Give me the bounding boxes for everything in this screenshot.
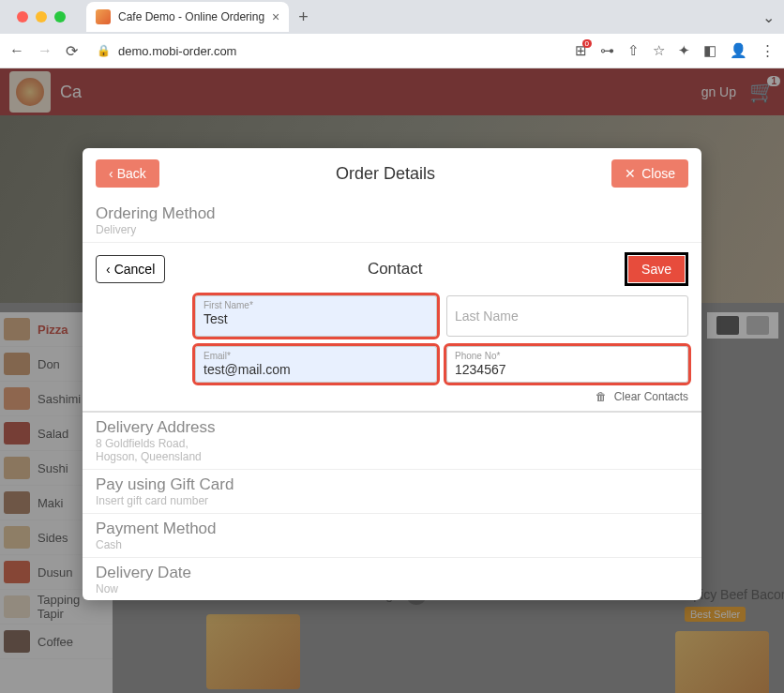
section-value: 8 Goldfields Road, — [96, 437, 688, 450]
new-tab-button[interactable]: + — [289, 8, 318, 27]
close-button-label: Close — [641, 166, 675, 181]
favicon-icon — [96, 9, 111, 24]
contact-title: Contact — [165, 260, 625, 279]
save-button[interactable]: Save — [628, 256, 685, 282]
url-field[interactable]: 🔒 demo.mobi-order.com — [89, 44, 564, 58]
cancel-button-label: Cancel — [114, 262, 156, 277]
first-name-input[interactable] — [204, 311, 429, 326]
delivery-address-section[interactable]: Delivery Address 8 Goldfields Road, Hogs… — [83, 413, 701, 470]
forward-nav-icon: → — [38, 42, 53, 60]
field-label: Phone No* — [455, 351, 680, 361]
window-controls[interactable] — [8, 11, 75, 23]
field-label: First Name* — [204, 300, 429, 310]
section-value: Hogson, Queensland — [96, 450, 688, 463]
payment-method-section[interactable]: Payment Method Cash — [83, 514, 701, 558]
last-name-field[interactable] — [446, 295, 688, 337]
section-title: Delivery Address — [96, 418, 688, 437]
section-title: Delivery Date — [96, 564, 688, 582]
first-name-field[interactable]: First Name* — [195, 295, 437, 337]
section-value: Cash — [96, 538, 688, 551]
share-icon[interactable]: ⇧ — [627, 42, 640, 59]
star-icon[interactable]: ☆ — [653, 42, 665, 59]
section-value: Delivery — [96, 223, 688, 236]
delivery-date-section[interactable]: Delivery Date Now — [83, 558, 701, 600]
close-icon: ✕ — [625, 166, 636, 181]
lock-icon: 🔒 — [97, 44, 111, 57]
email-input[interactable] — [204, 362, 429, 377]
menu-icon[interactable]: ⋮ — [761, 42, 775, 59]
key-icon[interactable]: ⊶ — [600, 42, 614, 59]
back-button[interactable]: ‹ Back — [96, 159, 159, 188]
save-button-highlight: Save — [625, 252, 688, 286]
modal-title: Order Details — [159, 164, 611, 184]
order-details-modal: ‹ Back Order Details ✕ Close Ordering Me… — [83, 148, 701, 600]
profile-icon[interactable]: 👤 — [730, 42, 747, 59]
chevron-left-icon: ‹ — [109, 166, 113, 181]
clear-contacts-link[interactable]: Clear Contacts — [614, 390, 688, 403]
tab-bar: Cafe Demo - Online Ordering × + ⌄ — [0, 0, 784, 34]
email-field[interactable]: Email* — [195, 346, 437, 383]
maximize-window-icon[interactable] — [54, 11, 66, 23]
puzzle-icon[interactable]: ✦ — [678, 42, 690, 59]
trash-icon[interactable]: 🗑 — [596, 390, 607, 403]
tab-title: Cafe Demo - Online Ordering — [118, 10, 264, 23]
ordering-method-section[interactable]: Ordering Method Delivery — [83, 199, 701, 243]
close-window-icon[interactable] — [17, 11, 28, 23]
last-name-input[interactable] — [455, 309, 680, 324]
tab-dropdown-icon[interactable]: ⌄ — [762, 8, 784, 26]
section-value: Now — [96, 582, 688, 595]
section-value: Insert gift card number — [96, 494, 688, 507]
browser-chrome: Cafe Demo - Online Ordering × + ⌄ ← → ⟳ … — [0, 0, 784, 68]
extension-icon[interactable]: ⊞0 — [575, 42, 587, 59]
phone-input[interactable] — [455, 362, 680, 377]
tab-close-icon[interactable]: × — [272, 9, 279, 24]
cancel-button[interactable]: ‹ Cancel — [96, 255, 165, 283]
browser-tab[interactable]: Cafe Demo - Online Ordering × — [86, 2, 289, 32]
close-button[interactable]: ✕ Close — [611, 159, 688, 188]
address-bar: ← → ⟳ 🔒 demo.mobi-order.com ⊞0 ⊶ ⇧ ☆ ✦ ◧… — [0, 34, 784, 68]
phone-field[interactable]: Phone No* — [446, 346, 688, 383]
minimize-window-icon[interactable] — [36, 11, 47, 23]
url-text: demo.mobi-order.com — [118, 44, 236, 58]
back-button-label: Back — [117, 166, 146, 181]
section-title: Pay using Gift Card — [96, 475, 688, 494]
section-title: Ordering Method — [96, 204, 688, 223]
reload-icon[interactable]: ⟳ — [66, 42, 78, 60]
panel-icon[interactable]: ◧ — [703, 42, 716, 59]
gift-card-section[interactable]: Pay using Gift Card Insert gift card num… — [83, 470, 701, 514]
back-nav-icon[interactable]: ← — [9, 42, 24, 60]
section-title: Payment Method — [96, 520, 688, 538]
chevron-left-icon: ‹ — [106, 262, 111, 277]
field-label: Email* — [204, 351, 429, 361]
